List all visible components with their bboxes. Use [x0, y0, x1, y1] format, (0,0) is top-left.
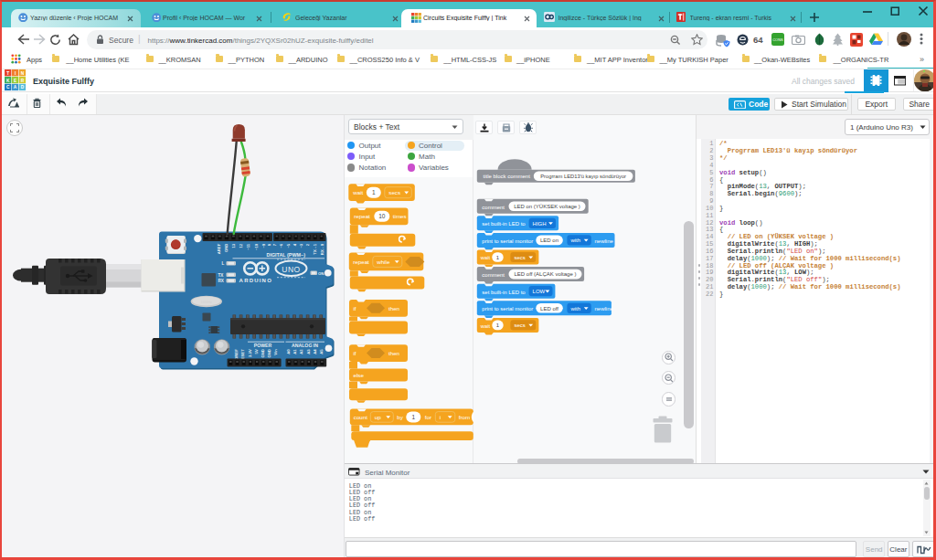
svg-text:12: 12 [239, 243, 243, 248]
svg-text:from: from [458, 414, 469, 420]
svg-text:~10: ~10 [254, 243, 259, 250]
svg-text:A: A [13, 85, 16, 90]
svg-text:then: then [388, 305, 400, 312]
svg-text:while: while [376, 259, 390, 265]
svg-text:T: T [6, 71, 9, 76]
svg-text:Progrram LED13'ü kayıp söndürü: Progrram LED13'ü kayıp söndürüyor [540, 174, 626, 179]
svg-text:A5: A5 [319, 348, 324, 354]
svg-text:A0: A0 [286, 348, 291, 354]
svg-text:TX→1: TX→1 [313, 243, 317, 255]
svg-text:secs: secs [388, 189, 400, 195]
svg-text:GND: GND [261, 349, 265, 357]
svg-text:A2: A2 [299, 348, 303, 354]
svg-text:RX←0: RX←0 [320, 243, 324, 255]
svg-text:A4: A4 [313, 348, 317, 354]
svg-text:if: if [353, 305, 356, 312]
svg-text:UNO: UNO [282, 264, 300, 273]
svg-text:10: 10 [378, 213, 386, 219]
svg-text:print to serial monitor: print to serial monitor [482, 306, 533, 312]
svg-text:GND: GND [267, 349, 271, 357]
svg-text:times: times [392, 213, 406, 219]
svg-text:with: with [569, 238, 580, 243]
svg-text:1: 1 [371, 189, 375, 195]
svg-text:ANALOG IN: ANALOG IN [292, 343, 318, 348]
svg-text:DIGITAL (PWM~): DIGITAL (PWM~) [267, 251, 306, 257]
svg-text:LED off (ALÇAK voltage ): LED off (ALÇAK voltage ) [515, 271, 577, 277]
svg-text:A1: A1 [292, 348, 297, 354]
svg-text:~6: ~6 [279, 243, 283, 248]
svg-text:newline: newline [595, 238, 614, 243]
svg-text:16MHz: 16MHz [200, 299, 212, 303]
svg-text:for: for [424, 414, 431, 420]
svg-text:set built-in LED to: set built-in LED to [482, 289, 526, 294]
svg-text:N: N [20, 71, 24, 76]
svg-text:D: D [20, 85, 24, 90]
svg-text:set built-in LED to: set built-in LED to [482, 221, 526, 227]
svg-text:with: with [569, 305, 580, 311]
svg-text:R: R [20, 79, 24, 83]
svg-text:repeat: repeat [354, 213, 370, 219]
svg-text:L: L [222, 261, 225, 266]
svg-text:wait: wait [352, 189, 363, 195]
svg-text:comment: comment [482, 204, 505, 209]
svg-text:A3: A3 [306, 348, 311, 354]
svg-text:TX: TX [218, 272, 225, 277]
svg-text:title block comment: title block comment [484, 174, 531, 179]
svg-text:ARDUINO: ARDUINO [239, 277, 272, 282]
svg-text:wait: wait [480, 255, 491, 260]
svg-text:up: up [374, 414, 380, 420]
svg-text:comment: comment [482, 271, 505, 277]
svg-text:LED on: LED on [540, 238, 558, 243]
svg-text:LOW: LOW [533, 289, 546, 294]
svg-text:if: if [353, 350, 356, 356]
svg-text:secs: secs [514, 322, 525, 328]
svg-text:CONS: CONS [772, 37, 783, 42]
svg-text:AREF: AREF [217, 243, 221, 254]
svg-text:POWER: POWER [254, 343, 272, 348]
svg-text:Vin: Vin [273, 348, 278, 354]
svg-text:print to serial monitor: print to serial monitor [482, 238, 533, 243]
svg-text:~3: ~3 [299, 243, 303, 248]
svg-text:5V: 5V [254, 349, 259, 354]
svg-text:i: i [439, 414, 440, 420]
svg-text:3.3V: 3.3V [248, 349, 252, 357]
svg-text:13: 13 [231, 243, 236, 248]
svg-text:wait: wait [480, 322, 491, 328]
svg-text:count: count [353, 414, 367, 420]
svg-text:~5: ~5 [286, 243, 291, 248]
svg-text:C: C [5, 85, 9, 90]
svg-text:RX: RX [218, 279, 225, 283]
svg-text:newline: newline [595, 306, 614, 312]
svg-text:HIGH: HIGH [533, 220, 547, 226]
svg-text:by: by [397, 414, 403, 420]
svg-text:then: then [388, 350, 400, 356]
svg-text:~11: ~11 [246, 243, 250, 250]
svg-text:GND: GND [224, 243, 229, 251]
svg-text:LED on (YÜKSEK voltage ): LED on (YÜKSEK voltage ) [514, 204, 580, 209]
svg-text:LED off: LED off [540, 305, 558, 311]
svg-text:1: 1 [411, 414, 415, 420]
svg-text:secs: secs [514, 254, 525, 259]
svg-text:repeat: repeat [353, 259, 369, 265]
svg-text:~9: ~9 [261, 243, 266, 248]
svg-text:ON: ON [318, 270, 324, 275]
svg-text:else: else [353, 372, 364, 378]
svg-text:K: K [5, 79, 9, 83]
